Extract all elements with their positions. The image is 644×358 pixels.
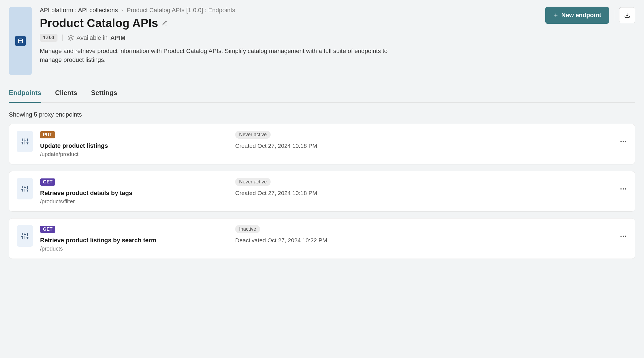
divider bbox=[62, 35, 63, 41]
method-badge: GET bbox=[40, 226, 55, 233]
svg-point-28 bbox=[621, 188, 622, 190]
showing-prefix: Showing bbox=[9, 111, 32, 118]
endpoint-meta: Deactivated Oct 27, 2024 10:22 PM bbox=[235, 237, 612, 244]
svg-point-16 bbox=[621, 141, 622, 143]
endpoint-icon bbox=[17, 131, 33, 152]
download-button[interactable] bbox=[619, 7, 635, 23]
available-in-value: APIM bbox=[110, 34, 125, 41]
svg-marker-3 bbox=[68, 35, 73, 38]
svg-point-17 bbox=[623, 141, 624, 143]
endpoint-title: Update product listings bbox=[40, 142, 228, 149]
method-badge: GET bbox=[40, 178, 55, 186]
breadcrumb-part1[interactable]: API platform : API collections bbox=[40, 7, 118, 14]
available-in-label: Available in bbox=[77, 34, 108, 41]
version-badge: 1.0.0 bbox=[40, 34, 57, 42]
page-title: Product Catalog APIs bbox=[40, 17, 158, 30]
svg-point-40 bbox=[621, 236, 622, 237]
tabs: Endpoints Clients Settings bbox=[9, 86, 635, 103]
edit-title-button[interactable] bbox=[162, 20, 167, 26]
status-badge: Inactive bbox=[235, 225, 260, 233]
showing-count: Showing 5 proxy endpoints bbox=[9, 111, 635, 118]
new-endpoint-button[interactable]: New endpoint bbox=[545, 7, 609, 24]
endpoint-title: Retrieve product listings by search term bbox=[40, 237, 228, 244]
tab-clients[interactable]: Clients bbox=[55, 86, 77, 103]
endpoint-meta: Created Oct 27, 2024 10:18 PM bbox=[235, 190, 612, 196]
endpoint-title: Retrieve product details by tags bbox=[40, 189, 228, 197]
new-endpoint-label: New endpoint bbox=[561, 12, 601, 19]
api-collection-icon bbox=[15, 36, 26, 46]
svg-point-29 bbox=[623, 188, 624, 190]
endpoint-path: /update/product bbox=[40, 151, 228, 157]
endpoint-meta: Created Oct 27, 2024 10:18 PM bbox=[235, 143, 612, 149]
svg-rect-0 bbox=[19, 39, 23, 43]
api-description: Manage and retrieve product information … bbox=[40, 47, 388, 64]
available-in: Available in APIM bbox=[68, 34, 125, 41]
layers-icon bbox=[68, 35, 74, 41]
endpoint-card[interactable]: GET Retrieve product listings by search … bbox=[9, 218, 635, 259]
endpoint-list: PUT Update product listings /update/prod… bbox=[9, 124, 635, 259]
showing-number: 5 bbox=[34, 111, 37, 118]
breadcrumb-part2: Product Catalog APIs [1.0.0] : Endpoints bbox=[127, 7, 235, 14]
endpoint-card[interactable]: GET Retrieve product details by tags /pr… bbox=[9, 171, 635, 212]
status-badge: Never active bbox=[235, 178, 271, 186]
status-badge: Never active bbox=[235, 131, 271, 139]
method-badge: PUT bbox=[40, 131, 55, 138]
more-actions-button[interactable] bbox=[619, 129, 627, 154]
endpoint-icon bbox=[17, 225, 33, 247]
divider bbox=[614, 10, 614, 21]
plus-icon bbox=[553, 12, 559, 18]
svg-point-30 bbox=[625, 188, 626, 190]
tab-endpoints[interactable]: Endpoints bbox=[9, 86, 41, 103]
endpoint-icon bbox=[17, 178, 33, 199]
endpoint-card[interactable]: PUT Update product listings /update/prod… bbox=[9, 124, 635, 164]
endpoint-path: /products bbox=[40, 246, 228, 252]
showing-suffix: proxy endpoints bbox=[39, 111, 82, 118]
breadcrumb: API platform : API collections Product C… bbox=[40, 7, 538, 14]
tab-settings[interactable]: Settings bbox=[91, 86, 117, 103]
more-actions-button[interactable] bbox=[619, 176, 627, 201]
svg-point-18 bbox=[625, 141, 626, 143]
more-actions-button[interactable] bbox=[619, 223, 627, 249]
svg-point-42 bbox=[625, 236, 626, 237]
chevron-right-icon bbox=[121, 9, 124, 12]
svg-point-41 bbox=[623, 236, 624, 237]
endpoint-path: /products/filter bbox=[40, 198, 228, 205]
api-collection-icon-box bbox=[9, 7, 32, 75]
